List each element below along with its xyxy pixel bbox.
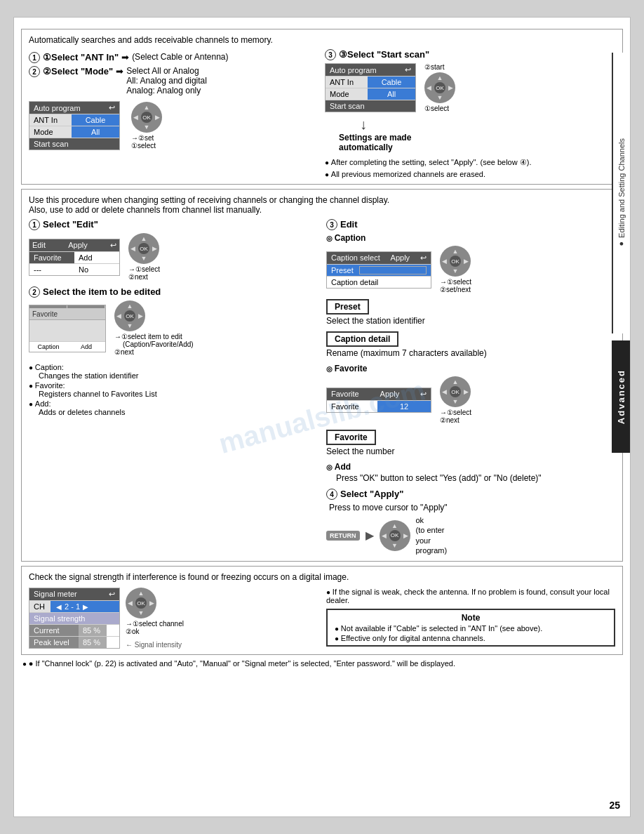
dpad2-down: ▼ — [437, 94, 443, 101]
section2-desc2: Also, use to add or delete channels from… — [29, 205, 615, 215]
ap-ant-value2: Cable — [368, 77, 415, 88]
section1-content: 1 ①Select "ANT In" ➡ (Select Cable or An… — [29, 49, 615, 178]
dpad-edit1: ▲ ▼ ◀ ▶ OK — [128, 233, 159, 264]
fav-desc: Select the number — [326, 446, 615, 456]
page: Automatically searches and adds receivab… — [13, 17, 631, 817]
fav-row-1: Favorite 12 — [327, 400, 431, 412]
fav-cell-label: Favorite — [327, 401, 377, 412]
sig-table: Signal meter ↩ CH ◀ 2 - 1 ▶ Signal stren… — [29, 588, 120, 649]
edit-no-label: No — [74, 264, 119, 275]
sig-strength-label: Signal strength — [29, 613, 119, 624]
dpad-caption-ok: OK — [450, 256, 461, 267]
edit-table-group: Edit Apply ↩ Favorite Add --- No — [29, 233, 318, 281]
ap-title-text-1: Auto program — [34, 104, 81, 112]
ap-row-start: Start scan — [29, 138, 119, 150]
fav-apply-text: Apply — [380, 390, 400, 399]
dpad-edit1-down: ▼ — [141, 255, 147, 262]
dpad-fav-right: ▶ — [464, 388, 469, 395]
ap-start-label: Start scan — [29, 138, 119, 150]
dpad-edit1-up: ▲ — [141, 235, 147, 242]
preset-box: Preset — [326, 299, 369, 315]
channel-edit-table: Favorite Caption Add — [29, 305, 106, 352]
ch-add-label: Add — [67, 342, 105, 352]
sig-peak-label: Peak level — [29, 637, 79, 648]
return-button[interactable]: RETURN — [326, 531, 360, 541]
sig-ch-value: ◀ 2 - 1 ▶ — [51, 601, 119, 612]
step1-circle: 1 — [29, 52, 40, 63]
dpad-edit1-left: ◀ — [130, 245, 135, 252]
ap-row-start2: Start scan — [326, 100, 415, 112]
step3-edit-label: Edit — [340, 219, 358, 230]
dpad-fav-up: ▲ — [452, 378, 459, 385]
sidebar-advanced: Advanced — [612, 340, 630, 453]
sig-peak-value: 85 % — [79, 637, 107, 648]
dpad-caption: ▲ ▼ ◀ ▶ OK — [440, 246, 471, 277]
step4-desc: Press to move cursor to "Apply" — [329, 503, 615, 512]
caption-detail-box: Caption detail — [326, 331, 398, 347]
edit-apply-text: Apply — [68, 241, 88, 250]
caption-apply-text: Apply — [391, 253, 410, 263]
ap-table-dpad: Auto program ↩ ANT In Cable Mode All S — [29, 101, 319, 150]
dpad-sig-group: ▲ ▼ ◀ ▶ OK →①select channel ②ok ← Signal… — [126, 588, 184, 649]
caption-table-title: Caption select Apply ↩ — [327, 252, 431, 264]
add-section-label: Add — [326, 462, 615, 472]
step2-edit-circle: 2 — [29, 286, 40, 298]
step1-label: ①Select "ANT In" — [43, 52, 119, 63]
edit-fav-label: Favorite — [29, 252, 74, 263]
page-number: 25 — [609, 800, 620, 811]
step4-group: 4 Select "Apply" Press to move cursor to… — [326, 489, 615, 555]
sig-current-value: 85 % — [79, 625, 107, 636]
dpad-edit2-ok: OK — [124, 310, 135, 322]
dpad-caption-up: ▲ — [452, 248, 459, 255]
sig-title: Signal meter ↩ — [29, 588, 119, 600]
dpad-return-down: ▼ — [391, 542, 398, 549]
sig-ch-row: CH ◀ 2 - 1 ▶ — [29, 600, 119, 612]
add-note: Add:Adds or deletes channels — [29, 399, 318, 416]
sidebar-advanced-label: Advanced — [616, 369, 626, 424]
footer-note-text: ● If "Channel lock" (p. 22) is activated… — [22, 659, 455, 668]
ap-table-1: Auto program ↩ ANT In Cable Mode All S — [29, 101, 120, 150]
dpad-edit1-next: ②next — [128, 273, 148, 281]
ap-mode-label2: Mode — [326, 88, 368, 100]
caption-detail-text: Caption detail — [331, 278, 378, 286]
dpad1-select-label: ①select — [131, 142, 156, 150]
dpad2: ▲ ▼ ◀ ▶ OK — [424, 72, 455, 103]
dpad-sig-left: ◀ — [128, 600, 133, 607]
caption-title-icon: ↩ — [420, 253, 427, 263]
caption-preset-label: Preset — [331, 266, 354, 274]
dpad-sig: ▲ ▼ ◀ ▶ OK — [126, 588, 156, 618]
step2-edit-label: Select the item to be edited — [43, 286, 161, 298]
ap-row-ant2: ANT In Cable — [326, 76, 415, 88]
section2-right: 3 Edit Caption Caption select Apply ↩ — [326, 219, 615, 555]
edit-table: Edit Apply ↩ Favorite Add --- No — [29, 239, 120, 276]
dpad2-select-label: ①select — [424, 105, 449, 112]
step1-row: 1 ①Select "ANT In" ➡ (Select Cable or An… — [29, 52, 319, 63]
ok-note: ok(to enteryourprogram) — [416, 515, 448, 555]
caption-section-label: Caption — [326, 233, 615, 243]
favorite-section: Favorite Favorite Apply ↩ Favorite 12 — [326, 364, 615, 456]
dpad-return-circle: ▲ ▼ ◀ ▶ OK — [380, 520, 410, 551]
after-note-2: All previous memorized channels are eras… — [325, 170, 615, 178]
fav-table: Favorite Apply ↩ Favorite 12 — [326, 388, 431, 413]
dpad-edit1-select: →①select — [128, 265, 160, 273]
dpad2-right: ▶ — [448, 84, 453, 91]
dpad-sig-select: →①select channel — [126, 620, 184, 628]
dpad-return-left: ◀ — [382, 532, 387, 539]
section3-content: Signal meter ↩ CH ◀ 2 - 1 ▶ Signal stren… — [29, 588, 615, 649]
step1-edit-circle: 1 — [29, 219, 40, 230]
dpad1-group: ▲ ▼ ◀ ▶ OK →②set ①select — [131, 102, 162, 150]
fav-box: Favorite — [326, 430, 376, 445]
caption-table: Caption select Apply ↩ Preset Caption de… — [326, 251, 431, 289]
ap-mode-label: Mode — [29, 126, 72, 138]
dpad-caption-setnext: ②set/next — [440, 286, 471, 293]
sig-ch-label: CH — [29, 601, 51, 612]
step2-line1: Select All or Analog — [126, 66, 207, 76]
caption-detail-table-row: Caption detail — [327, 276, 431, 288]
ap-start-label2: Start scan — [326, 100, 415, 112]
dpad-sig-right: ▶ — [149, 600, 154, 607]
dpad-sig-ok: OK — [135, 597, 147, 609]
sig-ch-number: 2 - 1 — [65, 602, 80, 611]
dpad-return-up: ▲ — [391, 522, 398, 529]
ap-title-1: Auto program ↩ — [29, 102, 119, 114]
dpad1-set-label: →②set — [131, 134, 154, 142]
